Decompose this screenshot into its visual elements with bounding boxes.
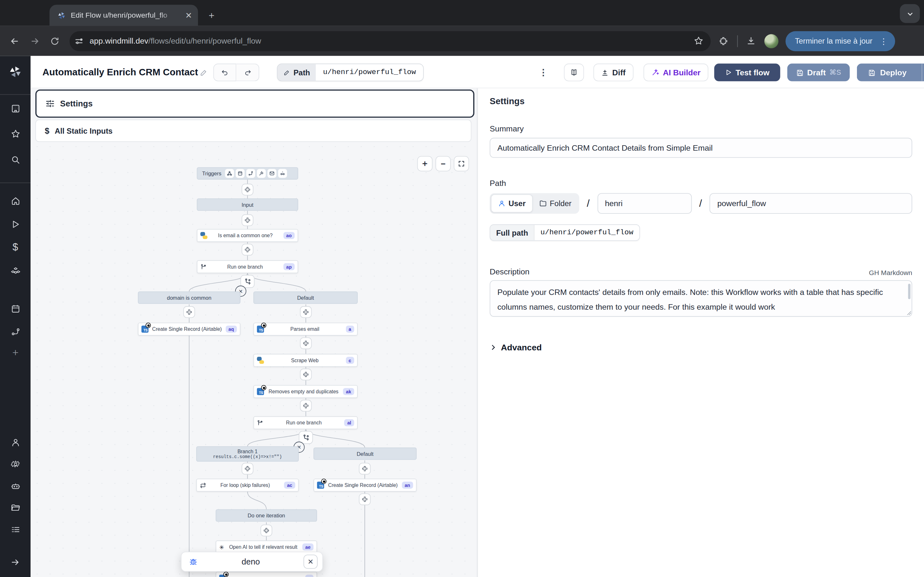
- add-step-button[interactable]: [242, 243, 254, 255]
- step-node-parses-email[interactable]: TS Parses email a: [254, 323, 358, 335]
- owner-input[interactable]: [598, 193, 692, 213]
- add-step-button[interactable]: [300, 400, 312, 412]
- textarea-scrollbar[interactable]: [908, 284, 910, 299]
- webhook-trigger-icon[interactable]: [225, 169, 234, 178]
- step-node-removes-empty[interactable]: TS Removes empty and duplicates ak: [254, 385, 358, 398]
- python-icon: [257, 357, 264, 364]
- summary-input[interactable]: [489, 138, 912, 158]
- browser-update-button[interactable]: Terminer la mise à jour ⋮: [785, 31, 895, 51]
- sidebar-item-add[interactable]: ＋: [0, 343, 31, 361]
- step-node-for-loop[interactable]: For loop (skip failures) ac: [196, 479, 299, 492]
- add-step-button[interactable]: [359, 463, 371, 475]
- add-step-button[interactable]: [300, 306, 312, 318]
- step-node-run-one-branch-2[interactable]: Run one branch al: [254, 416, 358, 429]
- back-button[interactable]: [5, 31, 25, 51]
- forward-button[interactable]: [25, 31, 45, 51]
- deploy-main[interactable]: Deploy: [857, 68, 918, 77]
- flow-canvas[interactable]: ＋ − Triggers Input Is email a common one…: [31, 89, 477, 577]
- sidebar-item-settings[interactable]: [0, 455, 31, 473]
- flow-name-input[interactable]: [710, 193, 912, 213]
- flow-title[interactable]: Automatically Enrich CRM Contact: [42, 63, 207, 81]
- url-bar[interactable]: app.windmill.dev/flows/edit/u/henri/powe…: [69, 31, 711, 51]
- zoom-in-button[interactable]: ＋: [417, 156, 433, 171]
- browser-tab[interactable]: Edit Flow u/henri/powerful_flo ✕: [49, 5, 198, 26]
- sidebar-item-logs[interactable]: [0, 521, 31, 538]
- extensions-icon[interactable]: [719, 36, 729, 46]
- bookmark-star-icon[interactable]: [694, 36, 704, 46]
- add-step-button[interactable]: [242, 184, 254, 195]
- all-static-inputs-tab[interactable]: $ All Static Inputs: [35, 119, 471, 142]
- sidebar-expand-button[interactable]: [0, 554, 31, 571]
- description-textarea[interactable]: Populate your CRM contacts' details from…: [489, 280, 912, 317]
- sidebar-item-favorites[interactable]: [0, 125, 31, 142]
- tab-close-icon[interactable]: ✕: [185, 11, 192, 19]
- test-flow-button[interactable]: Test flow: [714, 63, 780, 81]
- schedule-trigger-icon[interactable]: [236, 169, 244, 178]
- settings-tab[interactable]: Settings: [35, 89, 474, 118]
- windmill-logo[interactable]: [0, 63, 31, 81]
- sidebar-item-workspace[interactable]: [0, 99, 31, 117]
- do-one-iteration-node[interactable]: Do one iteration: [216, 509, 317, 522]
- browser-menu-icon[interactable]: ⋮: [877, 36, 890, 45]
- deploy-dropdown[interactable]: [922, 63, 924, 81]
- add-step-button[interactable]: [242, 214, 254, 226]
- sidebar-item-variables[interactable]: $: [0, 239, 31, 256]
- sidebar-item-schedules[interactable]: [0, 300, 31, 318]
- sidebar-divider: [0, 182, 31, 183]
- redo-button[interactable]: [236, 63, 260, 81]
- email-trigger-icon[interactable]: [267, 169, 276, 178]
- branch-header-default-1[interactable]: Default: [254, 292, 358, 304]
- sidebar-item-workers[interactable]: [0, 477, 31, 495]
- tab-search-button[interactable]: [900, 4, 920, 23]
- http-route-trigger-icon[interactable]: [246, 169, 255, 178]
- poll-trigger-icon[interactable]: [278, 169, 287, 178]
- ai-builder-button[interactable]: AI Builder: [644, 63, 708, 81]
- download-icon[interactable]: [746, 36, 756, 46]
- draft-button[interactable]: Draft ⌘S: [787, 63, 850, 81]
- add-step-button[interactable]: [300, 369, 312, 380]
- triggers-node[interactable]: Triggers: [197, 167, 298, 180]
- step-node-create-record-2[interactable]: TS Create Single Record (Airtable) an: [313, 479, 417, 492]
- step-node-partial[interactable]: TS: [216, 572, 317, 577]
- step-node-run-one-branch-1[interactable]: Run one branch ap: [197, 260, 298, 273]
- branch-header-branch-1[interactable]: Branch 1 results.c.some((x)=>x!=""): [196, 446, 299, 462]
- docs-button[interactable]: [564, 63, 584, 81]
- zoom-out-button[interactable]: −: [435, 156, 451, 171]
- markdown-hint: GH Markdown: [869, 269, 912, 276]
- websocket-trigger-icon[interactable]: [257, 169, 266, 178]
- textarea-resize-grip[interactable]: [906, 310, 911, 315]
- language-popup[interactable]: deno ✕: [181, 552, 323, 572]
- branch-header-domain-is-common[interactable]: domain is common: [138, 292, 241, 304]
- arrow-left-icon: [9, 35, 20, 46]
- step-node-scrape-web[interactable]: Scrape Web c: [254, 354, 358, 367]
- new-tab-button[interactable]: ＋: [204, 8, 220, 23]
- undo-button[interactable]: [213, 63, 236, 81]
- sidebar-item-runs[interactable]: [0, 215, 31, 233]
- add-step-button[interactable]: [359, 493, 371, 505]
- user-toggle[interactable]: User: [491, 194, 533, 213]
- reload-button[interactable]: [45, 31, 65, 51]
- sidebar-item-user[interactable]: [0, 434, 31, 451]
- step-node-create-record-1[interactable]: TS Create Single Record (Airtable) aq: [138, 323, 241, 335]
- deploy-button[interactable]: Deploy: [857, 63, 924, 81]
- fit-view-button[interactable]: [454, 156, 469, 171]
- more-options-icon[interactable]: ⋮: [537, 63, 549, 81]
- input-node[interactable]: Input: [197, 198, 298, 211]
- folder-toggle[interactable]: Folder: [533, 194, 578, 213]
- sidebar-item-home[interactable]: [0, 192, 31, 210]
- sidebar-item-routes[interactable]: [0, 323, 31, 340]
- branch-header-default-2[interactable]: Default: [313, 448, 417, 460]
- path-chip[interactable]: Path u/henri/powerful_flow: [277, 63, 423, 81]
- profile-avatar[interactable]: [764, 34, 779, 48]
- sidebar-item-resources[interactable]: [0, 262, 31, 279]
- add-step-button[interactable]: [242, 463, 254, 475]
- step-node-is-email[interactable]: Is email a common one? ao: [197, 229, 298, 242]
- add-step-button[interactable]: [300, 337, 312, 349]
- add-step-button[interactable]: [260, 525, 272, 537]
- close-icon[interactable]: ✕: [304, 554, 318, 569]
- diff-button[interactable]: Diff: [594, 63, 633, 81]
- sidebar-item-folders[interactable]: [0, 499, 31, 516]
- advanced-toggle[interactable]: Advanced: [489, 343, 912, 352]
- add-step-button[interactable]: [183, 306, 195, 318]
- sidebar-item-search[interactable]: [0, 151, 31, 168]
